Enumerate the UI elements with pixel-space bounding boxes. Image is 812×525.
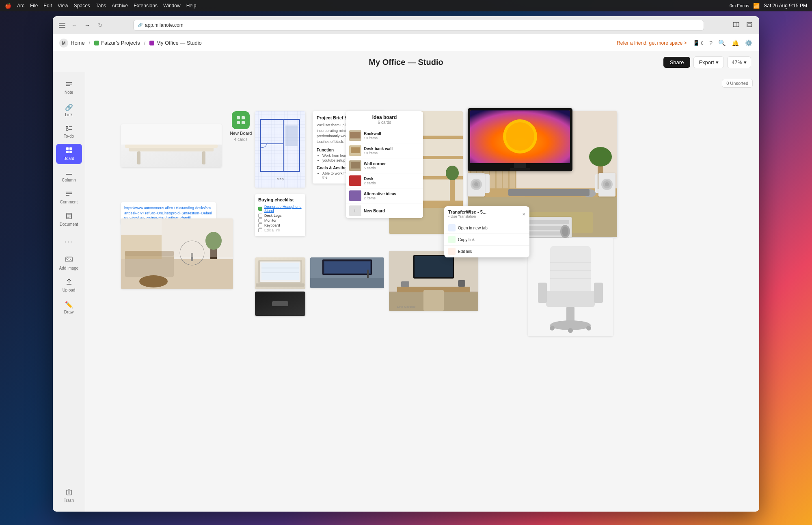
home-label[interactable]: Home: [71, 40, 85, 46]
current-color-dot: [149, 41, 154, 45]
browser-chrome: ← → ↻ 🔗 app.milanote.com: [53, 16, 759, 34]
mobile-icon[interactable]: 📱0: [693, 40, 704, 46]
checkbox-2[interactable]: [258, 218, 262, 223]
apple-icon[interactable]: 🍎: [5, 3, 11, 9]
sidebar-item-note[interactable]: Note: [56, 78, 82, 98]
dark-device-card[interactable]: [255, 292, 305, 316]
popup-card[interactable]: TransferWise - 5... • Use Translation × …: [444, 206, 529, 257]
checkbox-1[interactable]: [258, 214, 262, 218]
forward-btn[interactable]: →: [83, 21, 92, 30]
popup-close-btn[interactable]: ×: [522, 211, 525, 217]
svg-rect-67: [261, 263, 299, 280]
menu-arc[interactable]: Arc: [17, 3, 24, 9]
idea-board-item-newboard[interactable]: + New Board: [346, 203, 423, 218]
checklist-item-3[interactable]: Keyboard: [258, 223, 302, 227]
url-text: app.milanote.com: [145, 22, 184, 28]
interior-room-photo[interactable]: [121, 218, 233, 289]
checklist-text-2: Monitor: [264, 218, 276, 223]
notifications-icon[interactable]: 🔔: [732, 39, 739, 47]
checklist-item-4[interactable]: Edit a link: [258, 228, 302, 232]
link-label: Link: [65, 112, 72, 117]
chair-photo[interactable]: [528, 238, 613, 336]
popup-item-2[interactable]: Copy link: [444, 234, 529, 246]
menu-spaces[interactable]: Spaces: [74, 3, 90, 9]
settings-icon[interactable]: ⚙️: [745, 39, 753, 47]
menu-edit[interactable]: Edit: [43, 3, 52, 9]
checkbox-3[interactable]: [258, 223, 262, 227]
sidebar-item-more[interactable]: ···: [56, 231, 82, 252]
back-btn[interactable]: ←: [70, 21, 79, 30]
breadcrumb-current: My Office — Studio: [149, 40, 202, 46]
refresh-btn[interactable]: ↻: [96, 21, 105, 30]
new-board-green-icon: [232, 111, 250, 129]
split-view-btn[interactable]: [732, 21, 741, 29]
sidebar-item-column[interactable]: Column: [56, 166, 82, 186]
floor-plan-card[interactable]: Map: [255, 111, 305, 188]
office-room-photo-2[interactable]: Link Marsolo: [389, 251, 478, 311]
idea-board-item-desk[interactable]: Desk 2 cards: [346, 173, 423, 188]
export-label: Export: [699, 59, 714, 65]
export-button[interactable]: Export ▾: [693, 56, 724, 68]
sidebar-toggle-btn[interactable]: [58, 22, 66, 29]
idea-board-item-alternative[interactable]: Alternative ideas 2 items: [346, 188, 423, 203]
url-bar[interactable]: 🔗 app.milanote.com: [133, 20, 704, 30]
left-sidebar: Note 🔗 Link To-do: [53, 72, 85, 512]
checkbox-4[interactable]: [258, 228, 262, 232]
menu-tabs[interactable]: Tabs: [96, 3, 106, 9]
popup-item-3[interactable]: Edit link: [444, 246, 529, 257]
menu-help[interactable]: Help: [186, 3, 197, 9]
menu-view[interactable]: View: [58, 3, 68, 9]
sidebar-item-upload[interactable]: Upload: [56, 275, 82, 296]
help-icon[interactable]: ?: [709, 39, 713, 46]
speaker-left[interactable]: [468, 173, 485, 197]
tv-office-photo[interactable]: [310, 257, 384, 288]
idea-board-item-backwall[interactable]: Backwall 10 items: [346, 128, 423, 143]
svg-point-57: [139, 275, 168, 287]
svg-rect-12: [66, 129, 68, 130]
idea-board-item-wallcorner[interactable]: Wall corner 5 cards: [346, 158, 423, 173]
menu-extensions[interactable]: Extensions: [134, 3, 158, 9]
menu-archive[interactable]: Archive: [112, 3, 128, 9]
draw-icon: ✏️: [65, 301, 73, 309]
desk-image-white[interactable]: [121, 124, 222, 167]
upload-label: Upload: [63, 288, 76, 292]
share-button[interactable]: Share: [663, 57, 691, 68]
svg-rect-39: [125, 145, 218, 148]
sidebar-item-board[interactable]: Board: [56, 144, 82, 164]
checklist-item-1[interactable]: Desk Legs: [258, 214, 302, 218]
svg-rect-43: [237, 121, 240, 124]
svg-rect-111: [508, 189, 590, 196]
monitor-card[interactable]: [468, 108, 572, 171]
idea-board-card[interactable]: Idea board 6 cards Backwall 10 items: [346, 111, 423, 218]
sidebar-item-addimage[interactable]: Add image: [56, 253, 82, 274]
fullscreen-btn[interactable]: [745, 21, 754, 29]
speaker-right[interactable]: [598, 173, 615, 197]
svg-text:Map: Map: [276, 177, 284, 181]
checklist-item-2[interactable]: Monitor: [258, 218, 302, 223]
zoom-button[interactable]: 47% ▾: [727, 56, 751, 68]
sidebar-item-comment[interactable]: Comment: [56, 188, 82, 208]
refer-link[interactable]: Refer a friend, get more space >: [617, 40, 687, 46]
laptop-card-beige[interactable]: [255, 257, 305, 289]
buying-checklist-card[interactable]: Buying checklist Dronerade Headphone Sta…: [255, 194, 305, 236]
search-icon[interactable]: 🔍: [718, 39, 726, 47]
sidebar-item-todo[interactable]: To-do: [56, 122, 82, 142]
checklist-item-0[interactable]: Dronerade Headphone Stand: [258, 205, 302, 213]
new-board-green-card[interactable]: New Board 4 cards: [230, 111, 252, 142]
wifi-icon: 📶: [753, 3, 760, 9]
menu-window[interactable]: Window: [163, 3, 181, 9]
sidebar-item-document[interactable]: Document: [56, 210, 82, 230]
menu-file[interactable]: File: [30, 3, 38, 9]
project-label[interactable]: Faizur's Projects: [101, 40, 140, 46]
sidebar-item-link[interactable]: 🔗 Link: [56, 100, 82, 120]
newboard-thumb: +: [349, 205, 361, 216]
sidebar-item-draw[interactable]: ✏️ Draw: [56, 297, 82, 318]
checkbox-0[interactable]: [258, 207, 262, 211]
breadcrumb-home[interactable]: M Home: [59, 39, 85, 48]
sidebar-item-trash[interactable]: Trash: [56, 486, 82, 506]
idea-board-item-deskbackwall[interactable]: Desk back wall 10 items: [346, 143, 423, 158]
svg-rect-38: [202, 151, 205, 164]
svg-rect-170: [401, 281, 409, 287]
breadcrumb-project[interactable]: Faizur's Projects: [94, 40, 140, 46]
popup-item-1[interactable]: Open in new tab: [444, 222, 529, 234]
